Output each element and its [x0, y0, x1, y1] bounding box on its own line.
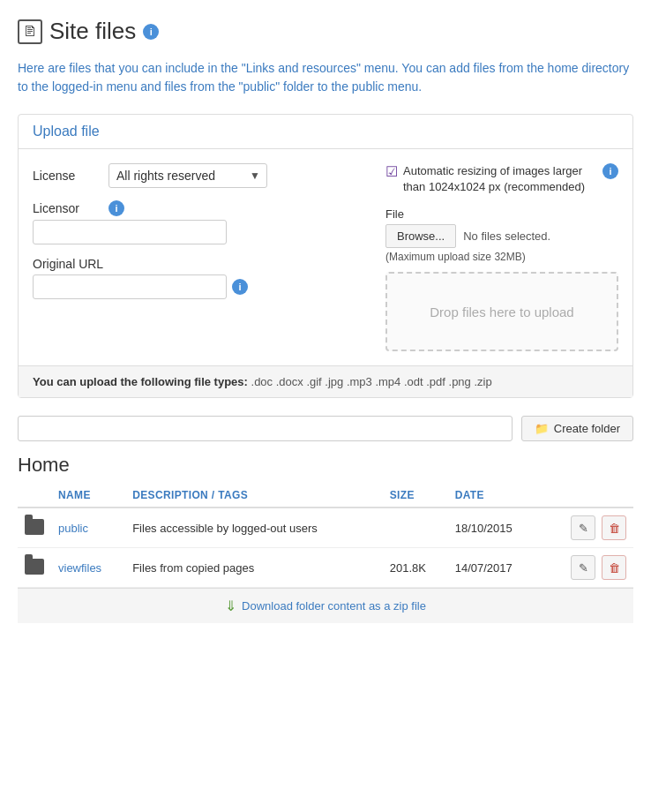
- download-zip-link[interactable]: ⇓ Download folder content as a zip file: [225, 598, 426, 614]
- create-folder-label: Create folder: [554, 422, 620, 435]
- col-size: SIZE: [383, 484, 448, 508]
- file-name-link[interactable]: viewfiles: [58, 561, 101, 575]
- allowed-types-list: .doc .docx .gif .jpg .mp3 .mp4 .odt .pdf…: [251, 375, 492, 388]
- file-label: File: [385, 207, 618, 221]
- files-table: NAME DESCRIPTION / TAGS SIZE DATE public…: [18, 484, 633, 588]
- row-description: Files from copied pages: [125, 548, 383, 588]
- page-title-row: 🖹 Site files i: [18, 18, 633, 45]
- file-section: File Browse... No files selected. (Maxim…: [385, 207, 618, 263]
- licensor-info-icon[interactable]: i: [108, 200, 124, 216]
- file-name-link[interactable]: public: [58, 522, 88, 535]
- row-date: 14/07/2017: [448, 548, 541, 588]
- download-footer: ⇓ Download folder content as a zip file: [18, 588, 633, 623]
- license-row: License All rights reserved CC BY CC BY-…: [33, 163, 368, 188]
- row-folder-icon: [18, 508, 51, 548]
- allowed-types-label: You can upload the following file types:: [33, 375, 248, 388]
- upload-right: ☑ Automatic resizing of images larger th…: [385, 163, 618, 351]
- file-name-display: No files selected.: [463, 229, 550, 243]
- folder-btn-icon: 📁: [535, 422, 549, 435]
- auto-resize-info-icon[interactable]: i: [602, 163, 618, 179]
- row-name: public: [51, 508, 125, 548]
- drop-zone[interactable]: Drop files here to upload: [385, 272, 618, 351]
- site-files-icon: 🖹: [18, 19, 42, 44]
- license-select-wrap: All rights reserved CC BY CC BY-SA CC BY…: [108, 163, 267, 188]
- download-link-text: Download folder content as a zip file: [242, 599, 426, 613]
- row-description: Files accessible by logged-out users: [125, 508, 383, 548]
- drop-zone-text: Drop files here to upload: [430, 304, 573, 320]
- table-header: NAME DESCRIPTION / TAGS SIZE DATE: [18, 484, 633, 508]
- auto-resize-checkbox-icon: ☑: [385, 163, 398, 180]
- table-row: viewfiles Files from copied pages 201.8K…: [18, 548, 633, 588]
- licensor-label: Licensor: [33, 201, 103, 215]
- col-actions: [540, 484, 633, 508]
- allowed-types-bar: You can upload the following file types:…: [19, 365, 632, 397]
- licensor-block: Licensor i: [33, 200, 368, 244]
- row-folder-icon: [18, 548, 51, 588]
- home-title: Home: [18, 454, 633, 477]
- col-date: DATE: [448, 484, 541, 508]
- license-select[interactable]: All rights reserved CC BY CC BY-SA CC BY…: [108, 163, 267, 188]
- upload-box-body: License All rights reserved CC BY CC BY-…: [19, 149, 632, 365]
- file-input-row: Browse... No files selected.: [385, 224, 618, 248]
- table-body: public Files accessible by logged-out us…: [18, 508, 633, 588]
- row-actions: ✎ 🗑: [540, 508, 633, 548]
- delete-button[interactable]: 🗑: [602, 515, 626, 540]
- page-description: Here are files that you can include in t…: [18, 59, 633, 96]
- auto-resize-label: Automatic resizing of images larger than…: [403, 163, 597, 195]
- row-date: 18/10/2015: [448, 508, 541, 548]
- delete-button[interactable]: 🗑: [602, 555, 626, 580]
- page-info-icon[interactable]: i: [143, 24, 159, 40]
- original-url-block: Original URL i: [33, 257, 368, 299]
- row-name: viewfiles: [51, 548, 125, 588]
- col-description: DESCRIPTION / TAGS: [125, 484, 383, 508]
- edit-button[interactable]: ✎: [571, 515, 595, 540]
- folder-bar: 📁 Create folder: [18, 416, 633, 441]
- col-name: NAME: [51, 484, 125, 508]
- row-actions: ✎ 🗑: [540, 548, 633, 588]
- licensor-row: Licensor i: [33, 200, 368, 216]
- create-folder-button[interactable]: 📁 Create folder: [521, 416, 633, 441]
- original-url-info-icon[interactable]: i: [232, 279, 248, 295]
- edit-button[interactable]: ✎: [571, 555, 595, 580]
- original-url-input[interactable]: [33, 274, 227, 299]
- upload-box-header: Upload file: [19, 115, 632, 149]
- licensor-input[interactable]: [33, 220, 227, 244]
- table-header-row: NAME DESCRIPTION / TAGS SIZE DATE: [18, 484, 633, 508]
- original-url-label: Original URL: [33, 257, 103, 271]
- upload-form-grid: License All rights reserved CC BY CC BY-…: [33, 163, 618, 351]
- max-upload-text: (Maximum upload size 32MB): [385, 251, 618, 263]
- table-row: public Files accessible by logged-out us…: [18, 508, 633, 548]
- browse-button[interactable]: Browse...: [385, 224, 456, 248]
- col-icon: [18, 484, 51, 508]
- row-size: [383, 508, 448, 548]
- license-label: License: [33, 169, 103, 183]
- upload-left: License All rights reserved CC BY CC BY-…: [33, 163, 368, 351]
- original-url-row: Original URL: [33, 257, 368, 271]
- download-arrow-icon: ⇓: [225, 598, 236, 614]
- row-size: 201.8K: [383, 548, 448, 588]
- auto-resize-row: ☑ Automatic resizing of images larger th…: [385, 163, 618, 195]
- upload-box: Upload file License All rights reserved …: [18, 114, 633, 398]
- folder-name-input[interactable]: [18, 416, 513, 441]
- page-title: Site files: [49, 18, 136, 45]
